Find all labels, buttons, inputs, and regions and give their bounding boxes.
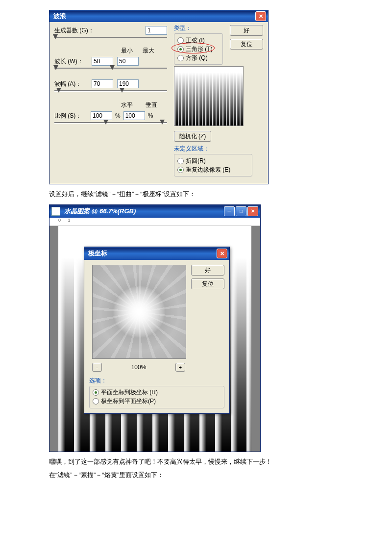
- scale-v-slider[interactable]: [160, 120, 165, 125]
- horiz-label: 水平: [121, 101, 133, 109]
- caption-1: 设置好后，继续“滤镜”－“扭曲”－“极座标”设置如下：: [49, 189, 343, 200]
- randomize-button[interactable]: 随机化 (Z): [174, 131, 211, 142]
- wave-preview: [174, 66, 244, 126]
- amplitude-max-slider[interactable]: [120, 88, 124, 93]
- type-triangle-radio[interactable]: 三角形 (T): [177, 45, 220, 53]
- generators-input[interactable]: [146, 26, 167, 35]
- wave-dialog-titlebar[interactable]: 波浪 ✕: [49, 10, 268, 22]
- generators-label: 生成器数 (G)：: [54, 26, 94, 35]
- rect-to-polar-radio[interactable]: 平面坐标到极坐标 (R): [93, 388, 221, 397]
- undefined-title: 未定义区域：: [174, 145, 252, 153]
- minimize-icon[interactable]: ─: [224, 206, 235, 216]
- close-icon[interactable]: ✕: [217, 249, 227, 258]
- polar-title: 极坐标: [86, 248, 217, 259]
- polar-options-title: 选项：: [89, 377, 224, 385]
- scale-label: 比例 (S)：: [54, 112, 88, 120]
- wave-dialog: 波浪 ✕ 生成器数 (G)： 最小 最大 波长 (W)： 波幅 (A)：: [49, 10, 269, 184]
- scale-v-input[interactable]: [123, 111, 145, 120]
- undefined-repeat-radio[interactable]: 重复边缘像素 (E): [177, 165, 249, 174]
- close-icon[interactable]: ✕: [255, 11, 266, 21]
- wave-dialog-title: 波浪: [51, 10, 255, 22]
- amplitude-min-input[interactable]: [92, 79, 113, 88]
- app-icon: [51, 207, 60, 216]
- type-title: 类型：: [174, 24, 223, 32]
- polar-dialog: 极坐标 ✕ 好 复位 - 100% + 选项： 平面坐标到极坐标 (R): [84, 247, 230, 414]
- doc-title: 水晶图案 @ 66.7%(RGB): [62, 205, 223, 217]
- zoom-out-button[interactable]: -: [92, 363, 102, 372]
- vert-label: 垂直: [146, 101, 157, 109]
- maximize-icon[interactable]: □: [236, 206, 246, 216]
- amplitude-min-slider[interactable]: [56, 88, 61, 93]
- wavelength-label: 波长 (W)：: [54, 57, 88, 66]
- doc-titlebar[interactable]: 水晶图案 @ 66.7%(RGB) ─ □ ✕: [49, 205, 260, 218]
- wavelength-max-input[interactable]: [117, 57, 139, 66]
- generators-slider-thumb[interactable]: [53, 34, 58, 39]
- close-icon[interactable]: ✕: [247, 206, 258, 216]
- amplitude-max-input[interactable]: [117, 79, 139, 88]
- polar-preview: [92, 265, 186, 359]
- scale-h-input[interactable]: [91, 111, 112, 120]
- reset-button[interactable]: 复位: [230, 39, 263, 50]
- polar-ok-button[interactable]: 好: [191, 265, 224, 276]
- ok-button[interactable]: 好: [230, 25, 263, 36]
- polar-reset-button[interactable]: 复位: [191, 278, 224, 289]
- type-square-radio[interactable]: 方形 (Q): [177, 53, 220, 62]
- caption-2: 嘿嘿，到了这一部感觉有点神奇了吧！不要高兴得太早，慢慢来，继续下一步！: [49, 457, 343, 467]
- wavelength-min-input[interactable]: [92, 57, 113, 66]
- polar-to-rect-radio[interactable]: 极坐标到平面坐标(P): [93, 397, 221, 406]
- type-sine-radio[interactable]: 正弦 (I): [177, 36, 220, 45]
- ruler: 0 1: [49, 218, 260, 226]
- max-label: 最大: [143, 47, 154, 55]
- caption-3: 在“滤镜”－“素描”－“烙黄”里面设置如下：: [49, 470, 343, 480]
- zoom-value: 100%: [131, 364, 147, 371]
- min-label: 最小: [121, 47, 133, 55]
- amplitude-label: 波幅 (A)：: [54, 80, 88, 88]
- polar-titlebar[interactable]: 极坐标 ✕: [84, 247, 229, 260]
- wavelength-max-slider[interactable]: [110, 65, 115, 70]
- zoom-in-button[interactable]: +: [175, 363, 185, 372]
- document-canvas: 极坐标 ✕ 好 复位 - 100% + 选项： 平面坐标到极坐标 (R): [49, 226, 260, 452]
- undefined-wrap-radio[interactable]: 折回(R): [177, 156, 249, 165]
- wavelength-min-slider[interactable]: [53, 65, 58, 70]
- document-window: 水晶图案 @ 66.7%(RGB) ─ □ ✕ 0 1 极坐标 ✕ 好 复位 -…: [49, 204, 261, 452]
- scale-h-slider[interactable]: [103, 120, 108, 125]
